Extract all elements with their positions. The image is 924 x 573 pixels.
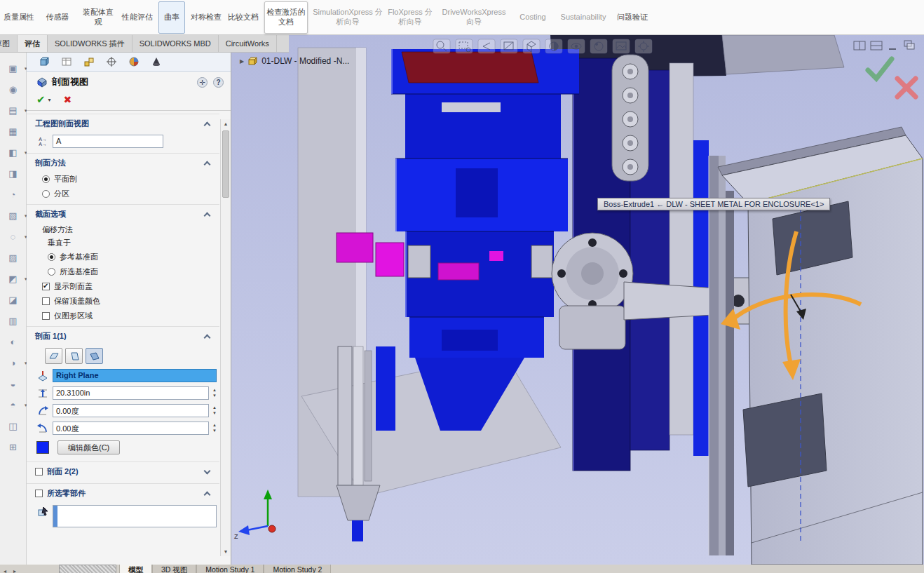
offset-spinner[interactable]: ▲▼ <box>212 388 217 398</box>
selected-components-checkbox[interactable] <box>35 490 43 497</box>
ok-button[interactable]: ✔ <box>36 93 46 106</box>
tab-solidworks-addins[interactable]: SOLIDWORKS 插件 <box>48 35 133 52</box>
display-manager-tab-icon[interactable] <box>128 55 140 68</box>
property-manager-tab-icon[interactable] <box>60 55 73 68</box>
tab-scroll-right-icon[interactable]: ▸ <box>10 565 20 573</box>
exploded-view-icon[interactable]: ◪ <box>6 292 21 306</box>
ribbon-item-performance-evaluation[interactable]: 性能评估 <box>121 1 154 34</box>
tab-motion-study-2[interactable]: Motion Study 2 <box>264 565 331 573</box>
hide-show-items-icon[interactable] <box>568 39 585 53</box>
group-drawing-section-view[interactable]: 工程图剖面视图 <box>27 114 219 133</box>
clearance-verification-icon[interactable]: ◑ <box>6 356 21 370</box>
pin-icon[interactable]: ✛ <box>197 77 208 88</box>
view-settings-icon[interactable] <box>635 39 652 53</box>
scroll-down-icon[interactable]: ▼ <box>221 547 231 556</box>
feature-manager-tab-icon[interactable] <box>38 55 50 68</box>
ribbon-item-driveworksxpress[interactable]: DriveWorksXpress 向导 <box>437 1 510 34</box>
explode-line-sketch-icon[interactable]: ▥ <box>6 314 21 328</box>
interference-detection-icon[interactable]: ◐ <box>6 335 21 349</box>
configuration-manager-tab-icon[interactable] <box>83 55 95 68</box>
edit-appearance-icon[interactable] <box>590 39 607 53</box>
selected-plane-radio[interactable] <box>48 268 55 276</box>
tab-sketch[interactable]: 草图 <box>0 35 18 52</box>
graphics-viewport[interactable]: Z <box>231 35 924 565</box>
performance-evaluation-icon[interactable]: ◫ <box>6 419 21 433</box>
smart-fasteners-icon[interactable]: ▦ <box>6 124 21 138</box>
dimxpert-cone-tab-icon[interactable] <box>150 55 163 68</box>
chain-track[interactable] <box>612 55 648 181</box>
dimxpert-manager-tab-icon[interactable] <box>105 55 118 68</box>
rotation-y-spinner[interactable]: ▲▼ <box>212 423 217 433</box>
tab-solidworks-mbd[interactable]: SOLIDWORKS MBD <box>133 35 219 52</box>
breadcrumb[interactable]: ▶ 01-DLW - Modified -N... <box>240 56 349 66</box>
section-label-field[interactable]: A <box>53 135 163 148</box>
reference-geometry-icon[interactable]: ◌ <box>6 229 21 243</box>
ribbon-item-sensors[interactable]: 传感器 <box>40 1 75 34</box>
graphics-only-checkbox[interactable] <box>42 312 50 320</box>
new-motion-study-icon[interactable]: ▨ <box>6 250 21 264</box>
ribbon-item-mass-properties[interactable]: 质量属性 <box>3 1 35 34</box>
previous-view-icon[interactable] <box>478 39 495 53</box>
tab-3d-views[interactable]: 3D 视图 <box>152 565 196 573</box>
group-section-1[interactable]: 剖面 1(1) <box>27 326 219 345</box>
display-style-icon[interactable] <box>545 39 562 53</box>
linear-component-pattern-icon[interactable]: ▤ <box>6 103 21 117</box>
ribbon-item-curvature[interactable]: 曲率 <box>158 1 185 34</box>
yz-plane-button[interactable] <box>65 348 83 364</box>
ribbon-item-issue-verification[interactable]: 问题验证 <box>616 1 648 34</box>
ribbon-item-assembly-visualization[interactable]: 装配体直观 <box>80 1 116 34</box>
reference-plane-radio[interactable] <box>48 253 55 261</box>
tab-model[interactable]: 模型 <box>119 565 152 573</box>
group-section-method[interactable]: 剖面方法 <box>27 153 219 172</box>
assembly-visualization-icon[interactable]: ◓ <box>6 398 21 412</box>
enclosure-vent-bottom[interactable] <box>743 393 827 487</box>
ribbon-item-simulationxpress[interactable]: SimulationXpress 分析向导 <box>313 1 383 34</box>
breadcrumb-expand-icon[interactable]: ▶ <box>240 58 244 65</box>
zoom-area-icon[interactable] <box>456 39 473 53</box>
ribbon-item-costing[interactable]: Costing <box>515 1 550 34</box>
mate-icon[interactable]: ◉ <box>6 82 21 96</box>
large-design-review-icon[interactable]: ⊞ <box>6 440 21 454</box>
insert-components-icon[interactable]: ▣ <box>6 61 21 75</box>
help-icon[interactable]: ? <box>213 77 224 88</box>
rotation-x-spinner[interactable]: ▲▼ <box>212 405 217 416</box>
move-component-icon[interactable]: ◨ <box>6 166 21 180</box>
ribbon-item-symmetry-check[interactable]: 对称检查 <box>190 1 222 34</box>
assembly-features-icon[interactable]: ▧ <box>6 208 21 222</box>
selected-components-list[interactable] <box>53 505 217 527</box>
group-section-options[interactable]: 截面选项 <box>27 204 219 223</box>
rotation-x-field[interactable]: 0.00度 <box>53 404 209 417</box>
apply-scene-icon[interactable] <box>613 39 630 53</box>
ribbon-item-compare-documents[interactable]: 比较文档 <box>227 1 259 34</box>
tab-circuitworks[interactable]: CircuitWorks <box>219 35 277 52</box>
ok-dropdown-icon[interactable]: ▾ <box>48 97 51 103</box>
tab-motion-study-1[interactable]: Motion Study 1 <box>196 565 264 573</box>
scrollbar-thumb[interactable] <box>222 130 229 198</box>
zoom-fit-icon[interactable] <box>433 39 450 53</box>
planar-radio[interactable] <box>42 175 50 183</box>
scroll-up-icon[interactable]: ▲ <box>221 119 231 128</box>
panel-scrollbar[interactable]: ▲ ▼ <box>220 119 231 556</box>
bearing-flange[interactable] <box>552 233 633 349</box>
ribbon-item-check-active-document[interactable]: 检查激活的文档 <box>264 1 308 34</box>
rotation-y-field[interactable]: 0.00度 <box>53 422 209 435</box>
view-orientation-icon[interactable] <box>523 39 540 53</box>
ribbon-item-floxpress[interactable]: FloXpress 分析向导 <box>388 1 433 34</box>
offset-distance-field[interactable]: 20.3100in <box>53 386 209 400</box>
vertical-rail[interactable] <box>709 156 734 555</box>
show-hidden-components-icon[interactable]: ◔ <box>6 187 21 201</box>
keep-cap-color-checkbox[interactable] <box>42 297 50 305</box>
group-selected-components[interactable]: 所选零部件 <box>27 483 219 502</box>
cancel-button[interactable]: ✖ <box>64 94 72 105</box>
section-color-swatch[interactable] <box>36 441 49 454</box>
tab-scroll-left-icon[interactable]: ◂ <box>0 565 10 573</box>
xy-plane-button[interactable] <box>45 348 62 364</box>
ribbon-item-sustainability[interactable]: Sustainability <box>555 1 611 34</box>
section-view-icon[interactable] <box>501 39 517 53</box>
group-section-2[interactable]: 剖面 2(2) <box>27 461 219 480</box>
hole-alignment-icon[interactable]: ◒ <box>6 377 21 391</box>
section-2-checkbox[interactable] <box>35 468 43 476</box>
zx-plane-button[interactable] <box>86 348 103 364</box>
bill-of-materials-icon[interactable]: ◩ <box>6 271 21 285</box>
reference-plane-field[interactable]: Right Plane <box>53 369 217 382</box>
